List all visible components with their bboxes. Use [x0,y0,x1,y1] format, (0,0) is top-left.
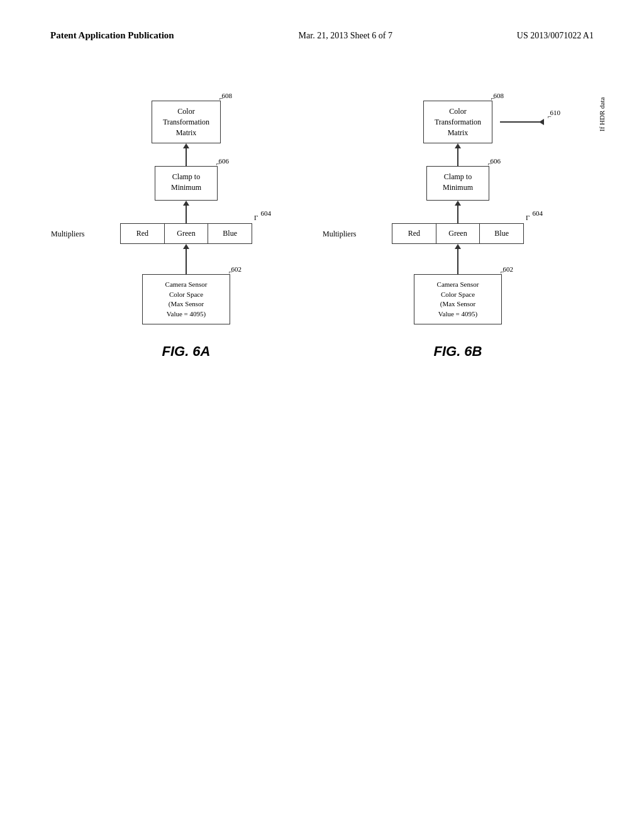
header-date-sheet: Mar. 21, 2013 Sheet 6 of 7 [299,31,392,41]
arrow-sensor-to-rgb-b [455,244,461,274]
ctm-box-b: Color Transformation Matrix [423,101,492,143]
header-publication-label: Patent Application Publication [50,30,174,41]
diagrams-container: 608 ⌐ Color Transformation Matrix 606 ⌐ … [50,101,594,360]
red-cell-b: Red [392,223,436,244]
sensor-box-b: Camera Sensor Color Space (Max Sensor Va… [414,274,502,324]
rgb-row-b: Multipliers 604 L Red Green Blue [392,223,524,244]
ref-604-label-a: 604 [261,209,272,217]
sensor-box-a: Camera Sensor Color Space (Max Sensor Va… [142,274,230,324]
header-patent-number: US 2013/0071022 A1 [517,31,594,41]
clamp-box-b: Clamp to Minimum [426,166,489,201]
diagram-fig6a: 608 ⌐ Color Transformation Matrix 606 ⌐ … [67,101,306,360]
clamp-box-a: Clamp to Minimum [155,166,218,201]
arrow-sensor-to-rgb-a [183,244,189,274]
arrow-rgb-to-clamp-b [455,201,461,223]
fig6a-label: FIG. 6A [162,343,210,360]
arrow-rgb-to-clamp-a [183,201,189,223]
hdr-data-label: If HDR data [598,69,606,131]
blue-cell-b: Blue [480,223,524,244]
fig6b-label: FIG. 6B [433,343,482,360]
green-cell-a: Green [165,223,209,244]
page-header: Patent Application Publication Mar. 21, … [50,30,594,41]
arrow-clamp-to-ctm-a [183,143,189,166]
arrow-clamp-to-ctm-b [455,143,461,166]
rgb-row-a: Multipliers 604 L Red Green Blue [120,223,252,244]
ctm-box-a: Color Transformation Matrix [152,101,221,143]
rgb-box-a: Red Green Blue [120,223,252,244]
multipliers-label-b: Multipliers [323,229,356,238]
rgb-box-b: Red Green Blue [392,223,524,244]
blue-cell-a: Blue [208,223,252,244]
green-cell-b: Green [436,223,480,244]
red-cell-a: Red [120,223,165,244]
diagram-fig6b: 608 ⌐ 610 ⌐ If HDR data Color Transforma… [338,101,577,360]
multipliers-label-a: Multipliers [51,229,84,238]
ref-604-label-b: 604 [533,209,543,217]
